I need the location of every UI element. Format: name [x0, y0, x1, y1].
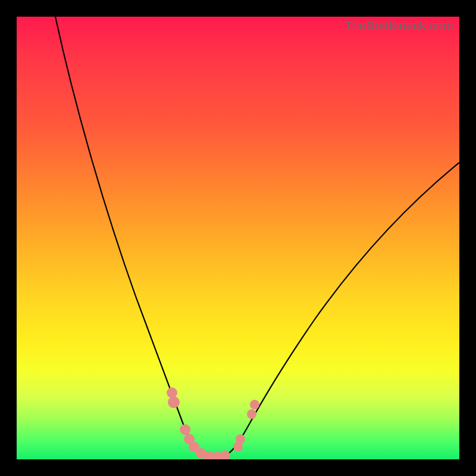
marker-13: [250, 400, 259, 409]
chart-outer-frame: TheBottleneck.com: [0, 0, 476, 476]
marker-9: [220, 450, 230, 459]
curve-layer: [17, 17, 459, 459]
left-curve: [55, 17, 204, 455]
marker-1: [167, 387, 177, 398]
marker-group: [167, 387, 259, 459]
chart-plot-area: TheBottleneck.com: [17, 17, 459, 459]
marker-2: [168, 396, 180, 408]
marker-12: [247, 409, 256, 419]
right-curve: [225, 162, 459, 456]
marker-11: [236, 434, 245, 444]
marker-3: [180, 424, 190, 435]
